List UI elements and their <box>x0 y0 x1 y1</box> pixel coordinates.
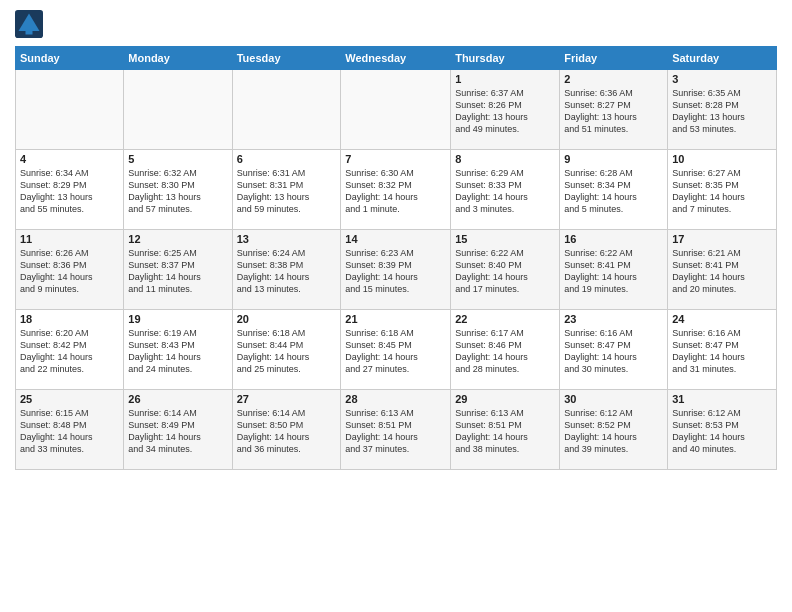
calendar-cell <box>232 70 341 150</box>
day-info: Sunrise: 6:23 AM Sunset: 8:39 PM Dayligh… <box>345 247 446 296</box>
calendar-cell: 5Sunrise: 6:32 AM Sunset: 8:30 PM Daylig… <box>124 150 232 230</box>
calendar-cell: 18Sunrise: 6:20 AM Sunset: 8:42 PM Dayli… <box>16 310 124 390</box>
calendar-cell: 22Sunrise: 6:17 AM Sunset: 8:46 PM Dayli… <box>451 310 560 390</box>
day-number: 9 <box>564 153 663 165</box>
day-number: 24 <box>672 313 772 325</box>
day-number: 20 <box>237 313 337 325</box>
day-number: 22 <box>455 313 555 325</box>
calendar-table: SundayMondayTuesdayWednesdayThursdayFrid… <box>15 46 777 470</box>
calendar-cell: 7Sunrise: 6:30 AM Sunset: 8:32 PM Daylig… <box>341 150 451 230</box>
calendar-cell: 15Sunrise: 6:22 AM Sunset: 8:40 PM Dayli… <box>451 230 560 310</box>
calendar-cell: 27Sunrise: 6:14 AM Sunset: 8:50 PM Dayli… <box>232 390 341 470</box>
day-info: Sunrise: 6:16 AM Sunset: 8:47 PM Dayligh… <box>672 327 772 376</box>
calendar-cell: 11Sunrise: 6:26 AM Sunset: 8:36 PM Dayli… <box>16 230 124 310</box>
day-info: Sunrise: 6:18 AM Sunset: 8:44 PM Dayligh… <box>237 327 337 376</box>
calendar-cell: 2Sunrise: 6:36 AM Sunset: 8:27 PM Daylig… <box>560 70 668 150</box>
header <box>15 10 777 38</box>
day-number: 21 <box>345 313 446 325</box>
day-number: 31 <box>672 393 772 405</box>
day-number: 1 <box>455 73 555 85</box>
page-container: SundayMondayTuesdayWednesdayThursdayFrid… <box>0 0 792 480</box>
day-number: 16 <box>564 233 663 245</box>
calendar-cell: 13Sunrise: 6:24 AM Sunset: 8:38 PM Dayli… <box>232 230 341 310</box>
day-number: 17 <box>672 233 772 245</box>
day-info: Sunrise: 6:14 AM Sunset: 8:49 PM Dayligh… <box>128 407 227 456</box>
day-info: Sunrise: 6:17 AM Sunset: 8:46 PM Dayligh… <box>455 327 555 376</box>
calendar-cell: 17Sunrise: 6:21 AM Sunset: 8:41 PM Dayli… <box>668 230 777 310</box>
weekday-header-thursday: Thursday <box>451 47 560 70</box>
weekday-header-sunday: Sunday <box>16 47 124 70</box>
day-info: Sunrise: 6:19 AM Sunset: 8:43 PM Dayligh… <box>128 327 227 376</box>
day-info: Sunrise: 6:26 AM Sunset: 8:36 PM Dayligh… <box>20 247 119 296</box>
day-info: Sunrise: 6:15 AM Sunset: 8:48 PM Dayligh… <box>20 407 119 456</box>
day-info: Sunrise: 6:13 AM Sunset: 8:51 PM Dayligh… <box>345 407 446 456</box>
weekday-header-friday: Friday <box>560 47 668 70</box>
calendar-cell: 3Sunrise: 6:35 AM Sunset: 8:28 PM Daylig… <box>668 70 777 150</box>
day-number: 7 <box>345 153 446 165</box>
calendar-cell: 20Sunrise: 6:18 AM Sunset: 8:44 PM Dayli… <box>232 310 341 390</box>
day-number: 25 <box>20 393 119 405</box>
calendar-cell: 24Sunrise: 6:16 AM Sunset: 8:47 PM Dayli… <box>668 310 777 390</box>
day-number: 4 <box>20 153 119 165</box>
weekday-header-saturday: Saturday <box>668 47 777 70</box>
calendar-cell: 10Sunrise: 6:27 AM Sunset: 8:35 PM Dayli… <box>668 150 777 230</box>
day-number: 18 <box>20 313 119 325</box>
calendar-week-1: 1Sunrise: 6:37 AM Sunset: 8:26 PM Daylig… <box>16 70 777 150</box>
logo-icon <box>15 10 43 38</box>
day-number: 2 <box>564 73 663 85</box>
day-number: 30 <box>564 393 663 405</box>
day-info: Sunrise: 6:12 AM Sunset: 8:52 PM Dayligh… <box>564 407 663 456</box>
calendar-cell: 28Sunrise: 6:13 AM Sunset: 8:51 PM Dayli… <box>341 390 451 470</box>
calendar-cell: 16Sunrise: 6:22 AM Sunset: 8:41 PM Dayli… <box>560 230 668 310</box>
day-number: 3 <box>672 73 772 85</box>
day-info: Sunrise: 6:12 AM Sunset: 8:53 PM Dayligh… <box>672 407 772 456</box>
calendar-cell: 29Sunrise: 6:13 AM Sunset: 8:51 PM Dayli… <box>451 390 560 470</box>
day-info: Sunrise: 6:31 AM Sunset: 8:31 PM Dayligh… <box>237 167 337 216</box>
day-number: 8 <box>455 153 555 165</box>
calendar-cell: 26Sunrise: 6:14 AM Sunset: 8:49 PM Dayli… <box>124 390 232 470</box>
day-info: Sunrise: 6:13 AM Sunset: 8:51 PM Dayligh… <box>455 407 555 456</box>
day-number: 13 <box>237 233 337 245</box>
calendar-cell: 12Sunrise: 6:25 AM Sunset: 8:37 PM Dayli… <box>124 230 232 310</box>
day-info: Sunrise: 6:24 AM Sunset: 8:38 PM Dayligh… <box>237 247 337 296</box>
day-number: 10 <box>672 153 772 165</box>
day-number: 27 <box>237 393 337 405</box>
day-info: Sunrise: 6:37 AM Sunset: 8:26 PM Dayligh… <box>455 87 555 136</box>
weekday-header-row: SundayMondayTuesdayWednesdayThursdayFrid… <box>16 47 777 70</box>
calendar-cell: 30Sunrise: 6:12 AM Sunset: 8:52 PM Dayli… <box>560 390 668 470</box>
day-number: 11 <box>20 233 119 245</box>
day-number: 19 <box>128 313 227 325</box>
calendar-cell: 25Sunrise: 6:15 AM Sunset: 8:48 PM Dayli… <box>16 390 124 470</box>
calendar-cell: 19Sunrise: 6:19 AM Sunset: 8:43 PM Dayli… <box>124 310 232 390</box>
day-info: Sunrise: 6:22 AM Sunset: 8:40 PM Dayligh… <box>455 247 555 296</box>
day-info: Sunrise: 6:21 AM Sunset: 8:41 PM Dayligh… <box>672 247 772 296</box>
calendar-cell <box>341 70 451 150</box>
day-number: 12 <box>128 233 227 245</box>
day-info: Sunrise: 6:34 AM Sunset: 8:29 PM Dayligh… <box>20 167 119 216</box>
day-info: Sunrise: 6:27 AM Sunset: 8:35 PM Dayligh… <box>672 167 772 216</box>
weekday-header-tuesday: Tuesday <box>232 47 341 70</box>
day-info: Sunrise: 6:18 AM Sunset: 8:45 PM Dayligh… <box>345 327 446 376</box>
calendar-cell: 21Sunrise: 6:18 AM Sunset: 8:45 PM Dayli… <box>341 310 451 390</box>
calendar-cell: 6Sunrise: 6:31 AM Sunset: 8:31 PM Daylig… <box>232 150 341 230</box>
calendar-cell: 1Sunrise: 6:37 AM Sunset: 8:26 PM Daylig… <box>451 70 560 150</box>
day-number: 23 <box>564 313 663 325</box>
calendar-cell <box>16 70 124 150</box>
day-info: Sunrise: 6:25 AM Sunset: 8:37 PM Dayligh… <box>128 247 227 296</box>
calendar-cell: 9Sunrise: 6:28 AM Sunset: 8:34 PM Daylig… <box>560 150 668 230</box>
svg-rect-2 <box>26 30 33 35</box>
day-number: 29 <box>455 393 555 405</box>
day-info: Sunrise: 6:36 AM Sunset: 8:27 PM Dayligh… <box>564 87 663 136</box>
day-number: 15 <box>455 233 555 245</box>
day-info: Sunrise: 6:16 AM Sunset: 8:47 PM Dayligh… <box>564 327 663 376</box>
day-number: 14 <box>345 233 446 245</box>
calendar-week-2: 4Sunrise: 6:34 AM Sunset: 8:29 PM Daylig… <box>16 150 777 230</box>
weekday-header-monday: Monday <box>124 47 232 70</box>
weekday-header-wednesday: Wednesday <box>341 47 451 70</box>
calendar-cell: 8Sunrise: 6:29 AM Sunset: 8:33 PM Daylig… <box>451 150 560 230</box>
day-info: Sunrise: 6:32 AM Sunset: 8:30 PM Dayligh… <box>128 167 227 216</box>
calendar-week-5: 25Sunrise: 6:15 AM Sunset: 8:48 PM Dayli… <box>16 390 777 470</box>
day-info: Sunrise: 6:22 AM Sunset: 8:41 PM Dayligh… <box>564 247 663 296</box>
day-info: Sunrise: 6:29 AM Sunset: 8:33 PM Dayligh… <box>455 167 555 216</box>
calendar-week-3: 11Sunrise: 6:26 AM Sunset: 8:36 PM Dayli… <box>16 230 777 310</box>
